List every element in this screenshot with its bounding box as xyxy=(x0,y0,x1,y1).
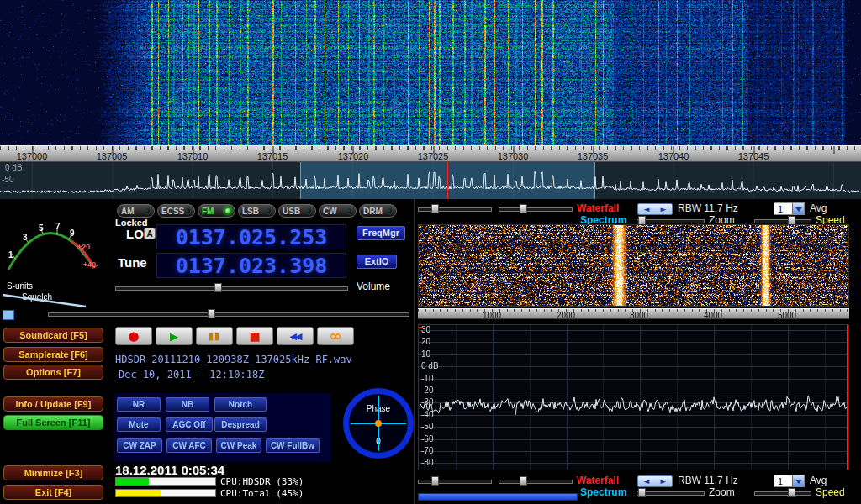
s-meter-num: 7 xyxy=(55,222,61,231)
record-button[interactable]: ● xyxy=(115,327,152,345)
soundcard-button[interactable]: Soundcard [F5] xyxy=(3,328,103,343)
s-meter-arc-green xyxy=(8,233,94,270)
stop-button[interactable]: ■ xyxy=(236,327,273,345)
mode-button-am[interactable]: AM xyxy=(117,204,155,218)
pause-icon: ▮▮ xyxy=(209,332,220,341)
af2-contrast-slider[interactable] xyxy=(499,476,573,486)
phase-label: Phase xyxy=(349,404,408,413)
mode-label: AM xyxy=(121,207,135,216)
mode-led xyxy=(305,207,312,214)
slider-thumb[interactable] xyxy=(431,204,439,213)
af2-speed-slider[interactable] xyxy=(754,488,811,497)
a-lock-badge[interactable]: A xyxy=(144,228,156,239)
mode-led xyxy=(144,207,151,214)
loop-button[interactable]: ∞ xyxy=(317,327,354,345)
mode-button-usb[interactable]: USB xyxy=(278,204,316,218)
notch-button[interactable]: Notch xyxy=(214,397,267,412)
af-waterfall-brightness-slider[interactable] xyxy=(418,204,492,213)
mute-button[interactable]: Mute xyxy=(117,417,161,432)
af-shift-buttons[interactable]: ◄ ► xyxy=(637,203,673,215)
s-meter-num: 5 xyxy=(39,223,44,233)
cpu-total-bar xyxy=(115,489,216,497)
af2-spectrum-tab[interactable]: Spectrum xyxy=(580,486,626,498)
mode-button-ecss[interactable]: ECSS xyxy=(157,204,195,218)
nr-button[interactable]: NR xyxy=(117,397,161,412)
rf-spectrum[interactable]: 0 dB -50 xyxy=(0,162,861,199)
mode-label: DRM xyxy=(363,207,383,216)
mode-label: FM xyxy=(202,207,214,216)
options-button[interactable]: Options [F7] xyxy=(3,365,103,380)
rf-spectrum-canvas[interactable] xyxy=(0,162,861,199)
db-label: -50 xyxy=(421,422,433,431)
squelch-button[interactable] xyxy=(3,310,14,320)
phase-value: 0 xyxy=(349,437,408,446)
freq-tick-label: 137000 xyxy=(17,151,48,161)
shift-right-icon[interactable]: ► xyxy=(661,477,667,486)
af-frequency-scale[interactable]: 1000 2000 3000 4000 5000 xyxy=(418,308,849,319)
lo-frequency-display[interactable]: 0137.025.253 xyxy=(156,224,346,249)
mode-button-cw[interactable]: CW xyxy=(319,204,357,218)
af-waterfall-contrast-slider[interactable] xyxy=(499,204,573,213)
exit-button[interactable]: Exit [F4] xyxy=(3,485,103,500)
cw-peak-button[interactable]: CW Peak xyxy=(216,438,261,453)
tune-frequency-display[interactable]: 0137.023.398 xyxy=(156,253,346,278)
minimize-button[interactable]: Minimize [F3] xyxy=(3,465,103,480)
cw-zap-button[interactable]: CW ZAP xyxy=(117,438,162,453)
panel-divider xyxy=(414,199,415,504)
tune-position-slider[interactable] xyxy=(48,309,409,318)
af-avg-label: Avg xyxy=(810,202,827,214)
s-meter-over: +40 xyxy=(83,260,96,269)
af-spectrum-canvas[interactable] xyxy=(419,325,848,470)
af2-shift-buttons[interactable]: ◄ ► xyxy=(637,475,673,487)
freq-tick-label: 137005 xyxy=(97,151,128,161)
af2-avg-select[interactable]: 1 xyxy=(774,475,805,487)
freq-tick-label: 1000 xyxy=(483,311,501,319)
mode-button-drm[interactable]: DRM xyxy=(359,204,397,218)
af-zoom-bar[interactable] xyxy=(418,493,578,501)
volume-slider[interactable] xyxy=(115,283,348,292)
slider-thumb[interactable] xyxy=(208,309,215,318)
af-rbw-label: RBW 11.7 Hz xyxy=(678,202,738,214)
agc-off-button[interactable]: AGC Off xyxy=(166,417,213,432)
af-waterfall-tab[interactable]: Waterfall xyxy=(577,202,619,214)
af-avg-select[interactable]: 1 xyxy=(774,202,805,215)
af2-brightness-slider[interactable] xyxy=(418,476,492,486)
rf-frequency-scale[interactable]: 137000 137005 137010 137015 137020 13702… xyxy=(0,145,861,162)
mode-button-lsb[interactable]: LSB xyxy=(238,204,276,218)
cw-afc-button[interactable]: CW AFC xyxy=(166,438,212,453)
rf-waterfall-canvas[interactable] xyxy=(0,0,861,145)
phase-dial[interactable]: Phase 0 xyxy=(343,388,414,459)
dropdown-arrow-icon[interactable] xyxy=(792,203,804,214)
samplerate-button[interactable]: Samplerate [F6] xyxy=(3,347,103,362)
despread-button[interactable]: Despread xyxy=(214,417,267,432)
shift-right-icon[interactable]: ► xyxy=(661,205,667,213)
shift-left-icon[interactable]: ◄ xyxy=(644,477,650,486)
slider-thumb[interactable] xyxy=(520,476,527,486)
af2-zoom-slider[interactable] xyxy=(637,488,705,497)
pause-button[interactable]: ▮▮ xyxy=(196,327,233,345)
extio-button[interactable]: ExtIO xyxy=(357,255,397,269)
s-meter[interactable]: 1 3 5 7 9 +20 +40 S-units Squelch xyxy=(0,202,111,308)
play-button[interactable]: ▶ xyxy=(156,327,193,345)
af-waterfall-canvas[interactable] xyxy=(419,225,848,306)
control-panel: 1 3 5 7 9 +20 +40 S-units Squelch Soundc… xyxy=(0,199,861,504)
fullscreen-button[interactable]: Full Screen [F11] xyxy=(3,415,103,430)
af-waterfall[interactable] xyxy=(418,224,849,307)
af-spectrum[interactable]: 30 20 10 0 dB -10 -20 -30 -40 -50 -60 -7… xyxy=(418,324,849,470)
rewind-button[interactable]: ◀◀ xyxy=(277,327,314,345)
slider-thumb[interactable] xyxy=(638,488,646,497)
freq-tick-label: 137035 xyxy=(578,151,609,161)
cw-fullbw-button[interactable]: CW FullBw xyxy=(266,438,320,453)
slider-thumb[interactable] xyxy=(431,476,439,486)
slider-thumb[interactable] xyxy=(788,488,795,497)
freq-tick-label: 137030 xyxy=(498,151,529,161)
info-update-button[interactable]: Info / Update [F9] xyxy=(3,396,103,412)
mode-button-fm[interactable]: FM xyxy=(198,204,235,218)
nb-button[interactable]: NB xyxy=(166,397,209,412)
freqmgr-button[interactable]: FreqMgr xyxy=(357,226,405,240)
dropdown-arrow-icon[interactable] xyxy=(792,475,804,486)
slider-thumb[interactable] xyxy=(520,204,527,213)
af2-waterfall-tab[interactable]: Waterfall xyxy=(577,475,619,486)
shift-left-icon[interactable]: ◄ xyxy=(644,205,650,213)
slider-thumb[interactable] xyxy=(214,283,222,292)
